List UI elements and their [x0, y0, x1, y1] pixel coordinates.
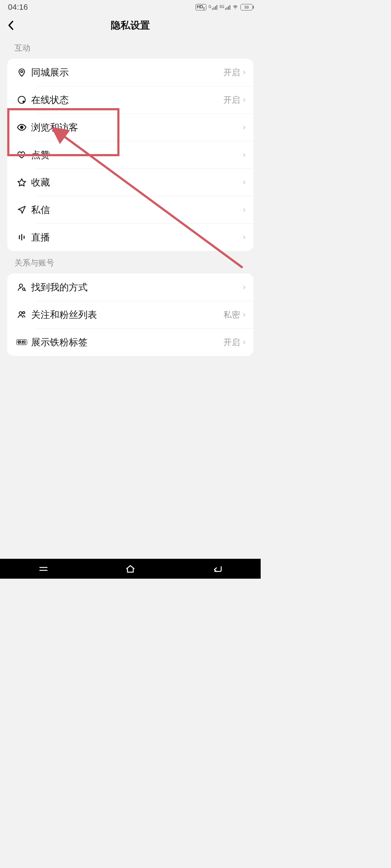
status-bar: 04:16 HD2 G 5G 99	[0, 0, 261, 14]
chevron-right-icon: ›	[243, 123, 245, 132]
row-follow-list[interactable]: 关注和粉丝列表 私密 ›	[7, 301, 253, 328]
section-label-interaction: 互动	[0, 36, 261, 59]
row-find-me[interactable]: 找到我的方式 ›	[7, 273, 253, 301]
system-navbar	[0, 559, 261, 579]
row-label: 展示铁粉标签	[30, 336, 223, 349]
battery-icon: 99	[240, 4, 253, 10]
svg-point-10	[22, 288, 25, 290]
signal-bars-5g-icon	[225, 5, 231, 10]
row-value: 开启	[223, 67, 240, 78]
live-icon	[14, 233, 30, 242]
row-label: 同城展示	[30, 66, 223, 79]
heart-icon	[14, 150, 30, 159]
chevron-right-icon: ›	[243, 282, 245, 292]
section-label-account: 关系与账号	[0, 251, 261, 273]
row-browse-visitors[interactable]: 浏览和访客 ›	[7, 114, 253, 141]
page-title: 隐私设置	[0, 19, 261, 32]
nav-back-button[interactable]	[196, 559, 239, 579]
row-local-display[interactable]: 同城展示 开启 ›	[7, 59, 253, 86]
online-status-icon	[14, 95, 30, 105]
row-label: 点赞	[30, 149, 243, 161]
row-label: 找到我的方式	[30, 281, 243, 294]
location-pin-icon	[14, 68, 30, 77]
row-value: 开启	[223, 337, 240, 348]
chevron-right-icon: ›	[243, 310, 245, 319]
svg-point-2	[18, 96, 25, 103]
row-online-status[interactable]: 在线状态 开启 ›	[7, 86, 253, 114]
back-icon	[212, 565, 223, 573]
row-label: 直播	[30, 231, 243, 244]
menu-icon	[38, 565, 49, 573]
home-icon	[125, 564, 136, 574]
status-time: 04:16	[8, 3, 28, 12]
nav-recent-button[interactable]	[22, 559, 65, 579]
row-label: 在线状态	[30, 94, 223, 106]
card-interaction: 同城展示 开启 › 在线状态 开启 › 浏览和访客 › 点赞 › 收藏 ›	[7, 59, 253, 251]
wifi-icon	[232, 4, 238, 10]
svg-line-11	[25, 290, 26, 291]
row-favorites[interactable]: 收藏 ›	[7, 169, 253, 196]
chevron-right-icon: ›	[243, 205, 245, 214]
row-value: 私密	[223, 309, 240, 320]
signal-bars-icon	[212, 5, 218, 10]
row-label: 收藏	[30, 176, 243, 189]
row-label: 浏览和访客	[30, 121, 243, 134]
people-icon	[14, 310, 30, 319]
row-label: 关注和粉丝列表	[30, 309, 223, 321]
status-right: HD2 G 5G 99	[196, 4, 253, 10]
svg-point-12	[19, 312, 22, 315]
svg-point-13	[22, 312, 25, 314]
svg-marker-5	[18, 179, 26, 186]
row-live[interactable]: 直播 ›	[7, 224, 253, 251]
chevron-right-icon: ›	[243, 150, 245, 159]
row-likes[interactable]: 点赞 ›	[7, 141, 253, 169]
star-icon	[14, 178, 30, 187]
svg-point-4	[21, 126, 23, 129]
svg-point-3	[22, 101, 24, 102]
row-dm[interactable]: 私信 ›	[7, 196, 253, 224]
card-account: 找到我的方式 › 关注和粉丝列表 私密 › 铁粉 展示铁粉标签 开启 ›	[7, 273, 253, 356]
nav-home-button[interactable]	[109, 559, 152, 579]
chevron-right-icon: ›	[243, 178, 245, 187]
row-fan-badge[interactable]: 铁粉 展示铁粉标签 开启 ›	[7, 328, 253, 356]
person-search-icon	[14, 282, 30, 292]
svg-point-1	[21, 71, 23, 73]
hd-icon: HD2	[196, 4, 206, 10]
chevron-right-icon: ›	[243, 68, 245, 77]
net1-label: G	[209, 5, 211, 9]
chevron-right-icon: ›	[243, 95, 245, 105]
fan-badge-icon: 铁粉	[14, 339, 30, 345]
svg-point-9	[20, 284, 23, 287]
chevron-right-icon: ›	[243, 233, 245, 242]
send-icon	[14, 205, 30, 214]
header: 隐私设置	[0, 14, 261, 36]
row-label: 私信	[30, 204, 243, 216]
svg-point-0	[235, 8, 236, 9]
eye-icon	[14, 122, 30, 132]
chevron-right-icon: ›	[243, 337, 245, 347]
net2-label: 5G	[219, 5, 224, 9]
row-value: 开启	[223, 94, 240, 106]
